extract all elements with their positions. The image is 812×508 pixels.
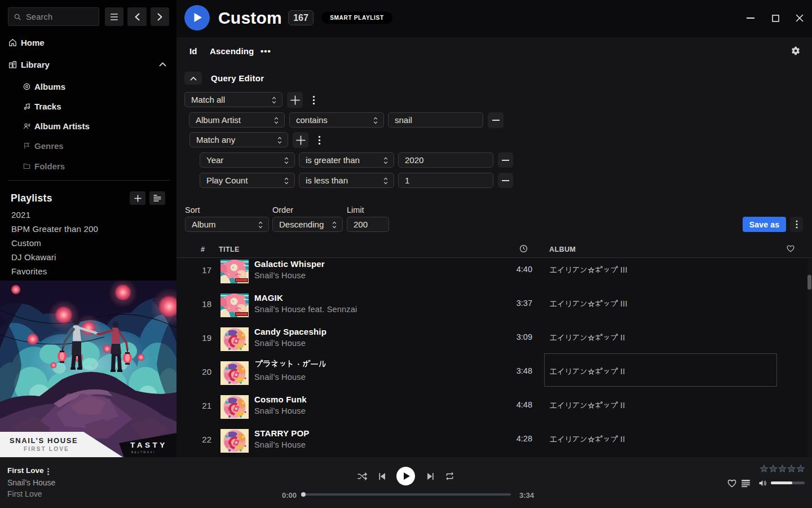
svg-text:FIRST LOVE: FIRST LOVE [24,446,69,452]
svg-text:SNAIL’S HOUSE: SNAIL’S HOUSE [10,436,78,445]
svg-text:BELTMAXI: BELTMAXI [131,451,156,454]
svg-text:TASTY: TASTY [130,441,167,449]
